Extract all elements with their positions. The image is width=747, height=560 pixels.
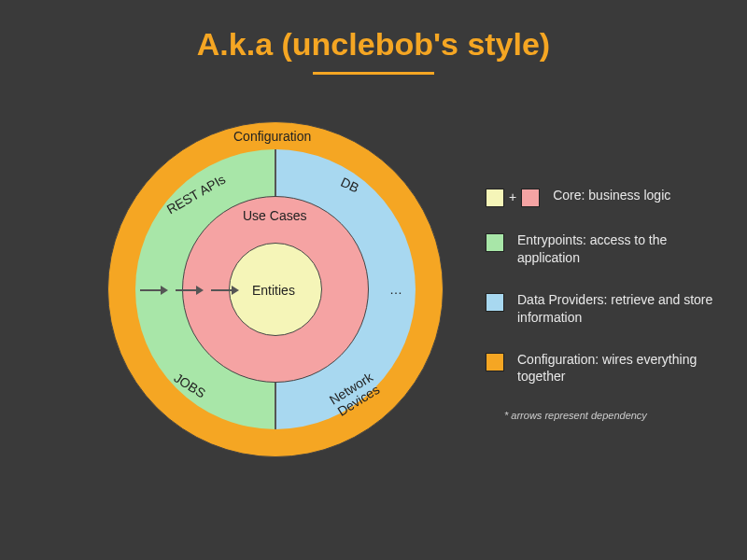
legend-text-dataproviders: Data Providers: retrieve and store infor… <box>517 291 728 327</box>
plus-icon: + <box>509 189 516 206</box>
arrow-icon <box>140 289 162 291</box>
label-configuration: Configuration <box>233 129 311 144</box>
legend-text-entrypoints: Entrypoints: access to the application <box>517 231 728 267</box>
architecture-diagram: Configuration REST APIs JOBS DB … Networ… <box>107 121 444 457</box>
legend-row-core: + Core: business logic <box>486 187 728 207</box>
footnote: * arrows represent dependency <box>504 410 728 421</box>
dependency-arrows <box>140 285 243 298</box>
swatch-yellow <box>486 189 504 207</box>
legend: + Core: business logic Entrypoints: acce… <box>486 187 728 421</box>
page-title: A.k.a (unclebob's style) <box>0 0 747 63</box>
legend-row-configuration: Configuration: wires everything together <box>486 351 728 386</box>
label-usecases: Use Cases <box>243 208 306 223</box>
swatch-pair-core: + <box>486 187 540 207</box>
legend-text-configuration: Configuration: wires everything together <box>517 351 728 386</box>
arrow-icon <box>211 289 233 291</box>
label-ellipsis: … <box>389 282 402 297</box>
legend-row-dataproviders: Data Providers: retrieve and store infor… <box>486 291 728 327</box>
legend-row-entrypoints: Entrypoints: access to the application <box>486 231 728 267</box>
title-underline <box>313 72 434 75</box>
swatch-green <box>486 233 504 252</box>
swatch-blue <box>486 293 504 312</box>
arrow-icon <box>176 289 198 291</box>
legend-text-core: Core: business logic <box>553 187 670 204</box>
swatch-orange <box>486 353 504 371</box>
label-entities: Entities <box>252 283 295 298</box>
swatch-pink <box>521 189 540 207</box>
